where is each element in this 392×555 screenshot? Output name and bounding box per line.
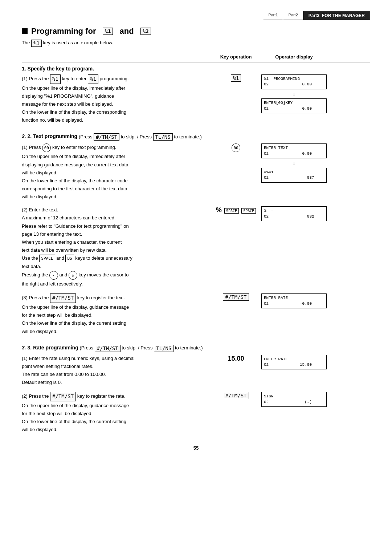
- section2-title: 2. 2. Text programming (Press #/TM/ST to…: [22, 133, 370, 141]
- s2s1-p1: (1) Press 00 key to enter text programmi…: [22, 143, 211, 152]
- s2s2-p1: (2) Enter the text.: [22, 206, 211, 214]
- section2-step2-key-op: % SPACE SPACE: [211, 206, 261, 214]
- s2s2-x-key: ⊗: [69, 271, 77, 280]
- black-square-icon: [22, 28, 28, 34]
- s1s1-p5: On the lower line of the display, the co…: [22, 109, 211, 116]
- s2s2-p8: text data.: [22, 263, 211, 270]
- section1-title: 1. Specify the key to program.: [22, 66, 370, 72]
- section3-step2: (2) Press the #/TM/ST key to register th…: [22, 392, 370, 434]
- s2s2-p7: Use the SPACE and BS keys to delete unne…: [22, 255, 211, 262]
- section2-step1-key-op: 00: [211, 143, 261, 152]
- col-display-header: Operator display: [261, 54, 327, 60]
- s2s1-p6: corresponding to the first character of …: [22, 185, 211, 193]
- s2s1-p4: will be displayed.: [22, 169, 211, 177]
- s2s1-arrow: ↓: [261, 160, 327, 166]
- s2s2-p6: text data will be overwritten by new dat…: [22, 247, 211, 254]
- section2-title-suffix: (Press #/TM/ST to skip. / Press TL/NS to…: [79, 134, 202, 139]
- s3s1-p3: The rate can be set from 0.00 to 100.00.: [22, 371, 211, 378]
- part1-num: 1: [275, 13, 278, 17]
- s2s1-key-circle: 00: [42, 143, 51, 152]
- section2-step3: (3) Press the #/TM/ST key to register th…: [22, 293, 370, 336]
- s2-term-key: TL/NS: [153, 133, 173, 141]
- s2s2-p5: When you start entering a character, the…: [22, 239, 211, 246]
- section2-step2-display: % – 02 032: [261, 206, 327, 221]
- s3s2-display1: SIGN 02 (-): [261, 392, 327, 407]
- s3-skip-key: #/TM/ST: [95, 345, 121, 352]
- s1s1-key1: %1: [50, 74, 61, 84]
- part2-num: 2: [296, 13, 298, 17]
- section1-step1: (1) Press the %1 key to enter %1 program…: [22, 74, 370, 125]
- section3-title-text: 3. Rate programming: [28, 345, 78, 351]
- s2s2-percent-key: %: [216, 206, 222, 214]
- section2: 2. 2. Text programming (Press #/TM/ST to…: [22, 133, 370, 336]
- s2s2-p9: Pressing the · and ⊗ key moves the curso…: [22, 271, 211, 280]
- s2s3-p1: (3) Press the #/TM/ST key to register th…: [22, 293, 211, 303]
- part1-tab: Part1: [263, 11, 283, 20]
- s1s1-display-stack: %1 PROGRAMMING 02 0.00 ↓ ENTER[00]KEY 02…: [261, 74, 327, 113]
- title-text: Programming for: [31, 27, 96, 36]
- section2-step3-display: ENTER RATE 02 -0.00: [261, 293, 327, 308]
- s3s1-display1: ENTER RATE 02 15.00: [261, 355, 327, 370]
- section3-step1-text: (1) Enter the rate using numeric keys, u…: [22, 355, 211, 387]
- s2s2-p10: the right and left respectively.: [22, 280, 211, 288]
- part3-title: FOR THE MANAGER: [322, 13, 365, 18]
- s2s2-space-key2: SPACE: [224, 208, 239, 214]
- s2s2-bs-key: BS: [65, 255, 74, 262]
- s2s1-display2: =%=1 02 037: [261, 168, 327, 183]
- section2-step2-text: (2) Enter the text. A maximum of 12 char…: [22, 206, 211, 288]
- page-title: Programming for %1 and %2: [22, 27, 370, 36]
- part2-label: Part: [288, 13, 295, 17]
- s3s2-p5: will be displayed.: [22, 426, 211, 433]
- section2-step1-text: (1) Press 00 key to enter text programmi…: [22, 143, 211, 201]
- part2-tab: Part2: [283, 11, 303, 20]
- header-tabs: Part1 Part2 Part3 FOR THE MANAGER: [263, 11, 370, 20]
- section2-step3-key-op: #/TM/ST: [211, 293, 261, 301]
- s2s3-display1: ENTER RATE 02 -0.00: [261, 293, 327, 308]
- s3-term-key: TL/NS: [154, 345, 173, 352]
- s3s2-p1: (2) Press the #/TM/ST key to register th…: [22, 392, 211, 401]
- s2s2-p4: page 13 for entering the text.: [22, 231, 211, 238]
- column-headers: Key operation Operator display: [22, 54, 370, 60]
- s1s1-key-op-box: %1: [231, 74, 241, 82]
- and-text: and: [120, 27, 134, 36]
- col-empty: [22, 54, 211, 60]
- s3s1-key-op-val: 15.00: [228, 355, 244, 362]
- s3s1-p2: point when setting fractional rates.: [22, 363, 211, 370]
- s3s1-p1: (1) Enter the rate using numeric keys, u…: [22, 355, 211, 362]
- section2-num: 2.: [22, 134, 28, 139]
- s2s1-key-op-circle: 00: [232, 143, 240, 152]
- section2-step1-display: ENTER TEXT 02 0.00 ↓ =%=1 02 037: [261, 143, 327, 182]
- s2s2-space-key: SPACE: [39, 255, 55, 262]
- s2s2-p2: A maximum of 12 characters can be entere…: [22, 214, 211, 222]
- s2s1-p3: displaying guidance message, the current…: [22, 161, 211, 169]
- part3-tab: Part3 FOR THE MANAGER: [303, 11, 370, 20]
- s2s3-p4: On the lower line of the display, the cu…: [22, 320, 211, 327]
- section3-step2-key-op: #/TM/ST: [211, 392, 261, 399]
- page-number: 55: [22, 445, 370, 451]
- part1-label: Part: [268, 13, 275, 17]
- col-key-op-header: Key operation: [211, 54, 261, 60]
- s2s3-p5: will be displayed.: [22, 328, 211, 335]
- s3s2-key-op-box: #/TM/ST: [223, 392, 249, 399]
- s2s3-p2: On the upper line of the display, guidan…: [22, 304, 211, 311]
- s3s2-p3: for the next step will be displayed.: [22, 410, 211, 417]
- s2s3-key-box: #/TM/ST: [50, 293, 76, 303]
- s2s2-p3: Please refer to "Guidance for text progr…: [22, 223, 211, 230]
- s1s1-p3: displaying "%1 PROGRAMMING", guidance: [22, 93, 211, 100]
- intro-text: The %1 key is used as an example below.: [22, 40, 370, 47]
- intro-key-box: %1: [31, 40, 42, 47]
- section2-step2: (2) Enter the text. A maximum of 12 char…: [22, 206, 370, 288]
- section1-step1-key-op: %1: [211, 74, 261, 82]
- s2s2-space-key3: SPACE: [241, 208, 256, 214]
- s1s1-display2: ENTER[00]KEY 02 0.00: [261, 98, 327, 113]
- part3-num: 3: [317, 13, 319, 18]
- header-divider: [22, 62, 370, 63]
- section3: 3. 3. Rate programming (Press #/TM/ST to…: [22, 345, 370, 434]
- section3-num: 3.: [22, 345, 28, 351]
- section1-step1-display: %1 PROGRAMMING 02 0.00 ↓ ENTER[00]KEY 02…: [261, 74, 327, 113]
- s2-skip-key: #/TM/ST: [94, 133, 119, 141]
- section3-step1-key-op: 15.00: [211, 355, 261, 362]
- s3s2-key-box: #/TM/ST: [50, 392, 76, 401]
- s2s1-p2: On the upper line of the display, immedi…: [22, 153, 211, 160]
- s3s2-p2: On the upper line of the display, guidan…: [22, 402, 211, 409]
